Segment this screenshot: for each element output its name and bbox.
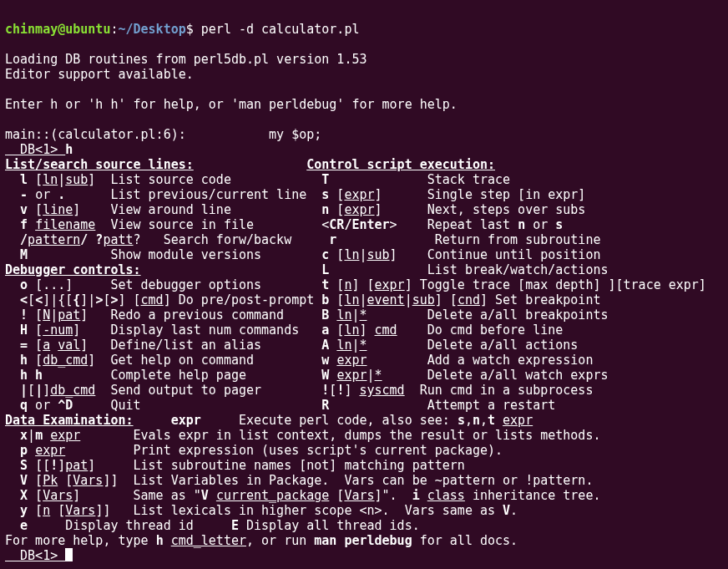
desc-f: View source in file	[103, 217, 254, 232]
intro-main: main::(calculator.pl:6): my $op;	[5, 127, 321, 142]
desc-w: Add a watch expression	[427, 353, 594, 368]
cmd-A: A	[321, 338, 329, 353]
arg-filename: filename	[35, 217, 95, 232]
terminal-output[interactable]: chinmay@ubuntu:~/Desktop$ perl -d calcul…	[0, 0, 728, 569]
cmd-H: H	[20, 323, 28, 338]
prompt-command: perl -d calculator.pl	[194, 22, 360, 37]
cmd-dash: -	[20, 187, 35, 202]
header-dbgctl: Debugger controls:	[5, 262, 141, 277]
desc-l: List source code	[95, 172, 231, 187]
cmd-r: r	[329, 232, 336, 247]
desc-W: Delete a/all watch exprs	[427, 368, 609, 383]
arg-ln: ln	[43, 172, 58, 187]
cmd-hh: h h	[20, 368, 43, 383]
desc-R: Attempt a restart	[427, 398, 556, 413]
desc-S: List subroutine names [not] matching pat…	[134, 458, 465, 473]
cmd-h: h	[20, 353, 28, 368]
cmd-t: t	[321, 277, 329, 292]
desc-xm: Evals expr in list context, dumps the re…	[134, 428, 601, 443]
desc-V: List Variables in Package. Vars can be ~…	[134, 473, 594, 488]
desc-s: Single step [in expr]	[427, 187, 586, 202]
prompt-user: chinmay	[5, 22, 58, 37]
prompt-host: ubuntu	[65, 22, 110, 37]
cmd-eq: =	[20, 338, 28, 353]
cmd-l: l	[20, 172, 28, 187]
arg-patt: patt	[103, 232, 133, 247]
desc-hh: Complete help page	[110, 368, 246, 383]
cmd-M: M	[20, 247, 28, 262]
header-dataexam: Data Examination:	[5, 413, 134, 428]
cmd-o: o	[20, 277, 28, 292]
desc-q: Quit	[110, 398, 140, 413]
intro-line-1: Loading DB routines from perl5db.pl vers…	[5, 52, 367, 67]
desc-A: Delete a/all actions	[427, 338, 579, 353]
desc-h: Get help on command	[110, 353, 254, 368]
cmd-q: q	[20, 398, 28, 413]
cmd-f: f	[20, 217, 28, 232]
desc-B: Delete a/all breakpoints	[427, 307, 609, 323]
arg-expr: expr	[344, 202, 374, 217]
cursor-icon	[65, 548, 73, 561]
prompt-slash: /	[126, 22, 134, 37]
db-prompt-2[interactable]: DB<1>	[5, 548, 65, 563]
cmd-c: c	[321, 247, 329, 262]
desc-a: Do cmd before line	[427, 323, 564, 338]
desc-expr: Execute perl code, also see:	[239, 413, 450, 428]
desc-eq: Define/list an alias	[110, 338, 261, 353]
desc-y: List lexicals in higher scope <n>. Vars …	[134, 503, 503, 518]
arg-pattern: pattern	[28, 232, 80, 247]
desc-M: Show module versions	[110, 247, 261, 262]
db-prompt-1: DB<1>	[5, 142, 65, 157]
cmd-T: T	[321, 172, 329, 187]
cmd-x: x	[20, 428, 28, 443]
arg-expr: expr	[375, 277, 405, 292]
arg-o: [...]	[35, 277, 73, 292]
prompt-dollar: $	[186, 22, 194, 37]
desc-pipe: Send output to pager	[110, 383, 261, 398]
cmd-bang2: !	[321, 383, 329, 398]
arg-cmd: cmd	[141, 292, 164, 307]
cmd-B: B	[321, 307, 329, 323]
arg-n: n	[344, 277, 351, 292]
cmd-v: v	[20, 202, 28, 217]
desc-p: Print expression (uses script's current …	[134, 443, 503, 458]
desc-L: List break/watch/actions	[427, 262, 609, 277]
prompt-tilde: ~	[118, 22, 125, 37]
desc-E: Display all thread ids.	[246, 518, 420, 533]
arg-line: line	[43, 202, 73, 217]
desc-e: Display thread id	[65, 518, 194, 533]
desc-bang: Redo a previous command	[110, 307, 284, 323]
cmd-expr: expr	[171, 413, 201, 428]
cmd-y: y	[20, 503, 28, 518]
desc-T: Stack trace	[427, 172, 510, 187]
arg-ln: ln	[344, 247, 359, 262]
cmd-R: R	[321, 398, 329, 413]
db-cmd-h: h	[65, 142, 73, 157]
header-list: List/search source lines:	[5, 157, 194, 172]
desc-dash: List previous/current line	[110, 187, 306, 202]
desc-bang2: Run cmd in a subprocess	[420, 383, 594, 398]
cmd-bang: !	[20, 307, 28, 323]
cmd-i: i	[412, 488, 420, 503]
arg-expr: expr	[344, 187, 374, 202]
arg-sub: sub	[367, 247, 390, 262]
cmd-w: w	[321, 353, 329, 368]
cmd-ctrld: ^D	[58, 398, 73, 413]
intro-line-2: Editor support available.	[5, 67, 194, 82]
desc-c: Continue until position	[427, 247, 601, 262]
header-ctrl: Control script execution:	[306, 157, 495, 172]
desc-pattern: Search forw/backw	[164, 232, 292, 247]
cmd-a: a	[321, 323, 329, 338]
cmd-E: E	[231, 518, 239, 533]
footer-p1: For more help, type	[5, 533, 156, 548]
cmd-e: e	[20, 518, 28, 533]
prompt-at: @	[58, 22, 65, 37]
cmd-p: p	[20, 443, 28, 458]
cmd-b: b	[321, 292, 329, 307]
cmd-L: L	[321, 262, 329, 277]
intro-line-3: Enter h or 'h h' for help, or 'man perld…	[5, 97, 458, 112]
desc-b: Set breakpoint	[495, 292, 600, 307]
cmd-pipe: |	[20, 383, 28, 398]
desc-v: View around line	[110, 202, 231, 217]
cmd-s: s	[321, 187, 329, 202]
